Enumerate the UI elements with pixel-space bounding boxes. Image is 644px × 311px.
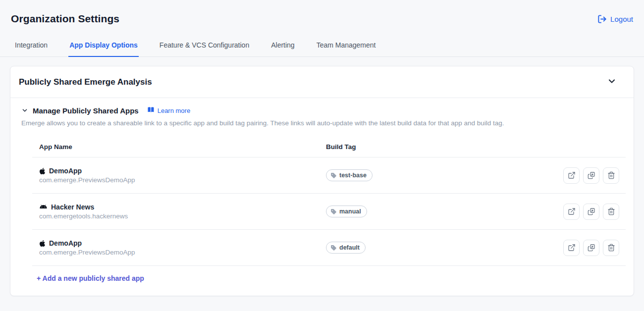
column-header-build-tag: Build Tag — [326, 143, 619, 151]
logout-icon — [597, 14, 607, 24]
bundle-id: com.emergetools.hackernews — [39, 212, 326, 220]
build-tag-pill: test-base — [326, 169, 373, 181]
shared-apps-table: App Name Build Tag DemoApp com.emerge.Pr… — [32, 137, 626, 284]
build-tag-pill: manual — [326, 206, 367, 217]
settings-tabbar: Integration App Display Options Feature … — [0, 41, 644, 57]
learn-more-link[interactable]: Learn more — [147, 106, 190, 115]
app-cell: DemoApp com.emerge.PreviewsDemoApp — [39, 167, 326, 184]
build-tag-label: test-base — [339, 172, 367, 179]
table-header-row: App Name Build Tag — [32, 137, 626, 157]
publicly-shared-card: Publicly Shared Emerge Analysis Manage P… — [10, 66, 634, 296]
app-name: Hacker News — [51, 203, 94, 211]
section-title: Manage Publicly Shared Apps — [33, 106, 139, 115]
learn-more-label: Learn more — [158, 107, 190, 114]
tab-integration[interactable]: Integration — [14, 41, 49, 57]
bundle-id: com.emerge.PreviewsDemoApp — [39, 249, 326, 256]
apple-icon — [39, 240, 46, 247]
page-title: Organization Settings — [11, 13, 119, 25]
table-row: DemoApp com.emerge.PreviewsDemoApp defau… — [32, 230, 626, 266]
copy-link-button[interactable] — [583, 167, 599, 184]
build-tag-cell: default — [326, 242, 563, 254]
copy-link-button[interactable] — [583, 204, 599, 220]
trash-icon-button[interactable] — [603, 204, 619, 220]
add-publicly-shared-app-link[interactable]: + Add a new publicly shared app — [37, 274, 144, 282]
open-external-button[interactable] — [563, 204, 580, 220]
column-header-app-name: App Name — [39, 143, 326, 151]
trash-icon-button[interactable] — [603, 240, 619, 256]
logout-label: Logout — [610, 15, 633, 23]
android-icon — [39, 204, 48, 210]
card-title: Publicly Shared Emerge Analysis — [19, 77, 152, 87]
table-row: Hacker News com.emergetools.hackernews m… — [32, 194, 626, 230]
build-tag-cell: test-base — [326, 169, 563, 181]
row-actions — [563, 167, 619, 184]
bundle-id: com.emerge.PreviewsDemoApp — [39, 176, 326, 184]
logout-button[interactable]: Logout — [597, 14, 633, 24]
trash-icon-button[interactable] — [603, 167, 619, 184]
tag-icon — [330, 172, 337, 179]
open-external-button[interactable] — [563, 167, 580, 184]
app-cell: DemoApp com.emerge.PreviewsDemoApp — [39, 239, 326, 256]
tab-app-display-options[interactable]: App Display Options — [68, 41, 139, 57]
open-external-button[interactable] — [563, 240, 580, 256]
chevron-down-icon[interactable] — [607, 76, 617, 88]
copy-link-button[interactable] — [583, 240, 599, 256]
build-tag-cell: manual — [326, 206, 563, 217]
build-tag-pill: default — [326, 242, 366, 254]
card-header-toggle[interactable]: Publicly Shared Emerge Analysis — [10, 66, 634, 98]
tag-icon — [330, 245, 337, 251]
chevron-down-icon[interactable] — [21, 107, 28, 114]
table-row: DemoApp com.emerge.PreviewsDemoApp test-… — [32, 157, 626, 194]
page-header: Organization Settings Logout — [0, 0, 644, 25]
app-name: DemoApp — [49, 239, 82, 247]
build-tag-label: default — [339, 244, 360, 251]
apple-icon — [39, 167, 46, 175]
row-actions — [563, 204, 619, 220]
add-row: + Add a new publicly shared app — [32, 266, 626, 284]
row-actions — [563, 240, 619, 256]
tab-feature-vcs-configuration[interactable]: Feature & VCS Configuration — [159, 41, 250, 57]
tag-icon — [330, 208, 337, 215]
build-tag-label: manual — [339, 208, 361, 215]
card-body: Manage Publicly Shared Apps Learn more E… — [10, 98, 634, 296]
app-cell: Hacker News com.emergetools.hackernews — [39, 203, 326, 220]
book-icon — [147, 106, 155, 115]
section-description: Emerge allows you to create a shareable … — [21, 119, 626, 127]
tab-alerting[interactable]: Alerting — [270, 41, 295, 57]
app-name: DemoApp — [49, 167, 82, 175]
manage-apps-section-header: Manage Publicly Shared Apps Learn more — [18, 106, 626, 115]
tab-team-management[interactable]: Team Management — [316, 41, 377, 57]
